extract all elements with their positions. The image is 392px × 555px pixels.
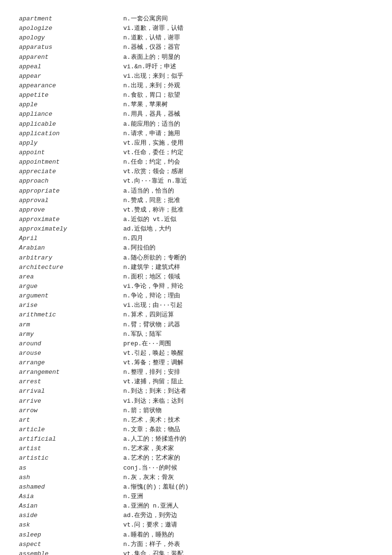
table-row: Arabiana.阿拉伯的: [19, 243, 373, 253]
word-cell: Asia: [19, 492, 123, 501]
table-row: artificiala.人工的；矫揉造作的: [19, 435, 373, 444]
definition-cell: a.睡着的，睡熟的: [123, 530, 373, 540]
word-cell: appropriate: [19, 186, 123, 196]
table-row: Asiana.亚洲的 n.亚洲人: [19, 501, 373, 511]
table-row: appealvi.&n.呼吁；申述: [19, 62, 373, 72]
definition-cell: n.出现，来到；外观: [123, 81, 373, 91]
word-cell: area: [19, 272, 123, 282]
table-row: arisevi.出现；由···引起: [19, 301, 373, 310]
table-row: assemblevt.集合，召集；装配: [19, 549, 373, 555]
word-cell: application: [19, 129, 123, 139]
definition-cell: n.道歉，认错，谢罪: [123, 33, 373, 43]
definition-cell: a.人工的；矫揉造作的: [123, 435, 373, 444]
word-cell: Arabian: [19, 243, 123, 253]
table-row: arbitrarya.随心所欲的；专断的: [19, 253, 373, 263]
definition-cell: a.表面上的；明显的: [123, 53, 373, 62]
word-cell: article: [19, 425, 123, 435]
table-row: applen.苹果，苹果树: [19, 100, 373, 110]
definition-cell: conj.当···的时候: [123, 463, 373, 473]
definition-cell: a.艺术的；艺术家的: [123, 453, 373, 463]
definition-cell: n.箭；箭状物: [123, 406, 373, 416]
table-row: apologyn.道歉，认错，谢罪: [19, 33, 373, 43]
definition-cell: n.亚洲: [123, 492, 373, 501]
word-cell: approve: [19, 205, 123, 215]
word-cell: arbitrary: [19, 253, 123, 263]
table-row: argumentn.争论，辩论；理由: [19, 291, 373, 301]
table-row: appetiten.食欲，胃口；欲望: [19, 91, 373, 100]
table-row: asconj.当···的时候: [19, 463, 373, 473]
table-row: appointvt.任命，委任；约定: [19, 148, 373, 157]
table-row: apartmentn.一套公寓房间: [19, 14, 373, 24]
definition-cell: vt.筹备；整理；调解: [123, 358, 373, 368]
definition-cell: n.用具，器具，器械: [123, 110, 373, 119]
definition-cell: n.任命；约定，约会: [123, 157, 373, 167]
word-cell: approval: [19, 196, 123, 205]
table-row: arrangevt.筹备；整理；调解: [19, 358, 373, 368]
definition-cell: vi.道歉，谢罪，认错: [123, 24, 373, 33]
word-cell: asleep: [19, 530, 123, 540]
definition-cell: vt.应用，实施，使用: [123, 139, 373, 148]
definition-cell: vi.出现；来到；似乎: [123, 72, 373, 81]
table-row: artistn.艺术家，美术家: [19, 444, 373, 453]
definition-cell: n.器械，仪器；器官: [123, 43, 373, 52]
word-cell: appoint: [19, 148, 123, 157]
table-row: arousevt.引起，唤起；唤醒: [19, 349, 373, 358]
word-cell: approach: [19, 176, 123, 186]
definition-cell: a.惭愧(的)；羞耻(的): [123, 482, 373, 492]
word-cell: apartment: [19, 14, 123, 24]
definition-cell: n.灰，灰末；骨灰: [123, 473, 373, 482]
definition-cell: vt.欣赏；领会；感谢: [123, 167, 373, 176]
word-cell: arrangement: [19, 368, 123, 377]
word-cell: argue: [19, 282, 123, 291]
table-row: asleepa.睡着的，睡熟的: [19, 530, 373, 540]
table-row: aroundprep.在···周围: [19, 339, 373, 349]
word-cell: artistic: [19, 453, 123, 463]
definition-cell: n.军队；陆军: [123, 330, 373, 339]
definition-cell: vi.出现；由···引起: [123, 301, 373, 310]
table-row: ashn.灰，灰末；骨灰: [19, 473, 373, 482]
definition-cell: vt.赞成，称许；批准: [123, 205, 373, 215]
word-cell: applicable: [19, 120, 123, 129]
definition-cell: n.争论，辩论；理由: [123, 291, 373, 301]
table-row: approvevt.赞成，称许；批准: [19, 205, 373, 215]
table-row: architecturen.建筑学；建筑式样: [19, 263, 373, 272]
table-row: ashameda.惭愧(的)；羞耻(的): [19, 482, 373, 492]
word-cell: appreciate: [19, 167, 123, 176]
definition-cell: n.算术，四则运算: [123, 310, 373, 320]
word-cell: appearance: [19, 81, 123, 91]
table-row: applicationn.请求，申请；施用: [19, 129, 373, 139]
definition-cell: vt.问；要求；邀请: [123, 520, 373, 530]
definition-cell: n.方面；样子，外表: [123, 540, 373, 549]
definition-cell: ad.在旁边，到旁边: [123, 511, 373, 520]
definition-cell: vi.到达；来临；达到: [123, 397, 373, 406]
definition-cell: n.面积；地区；领域: [123, 272, 373, 282]
definition-cell: n.四月: [123, 234, 373, 243]
table-row: asidead.在旁边，到旁边: [19, 511, 373, 520]
word-cell: arise: [19, 301, 123, 310]
table-row: articlen.文章；条款；物品: [19, 425, 373, 435]
table-row: applyvt.应用，实施，使用: [19, 139, 373, 148]
definition-cell: n.艺术，美术；技术: [123, 416, 373, 425]
word-cell: arithmetic: [19, 310, 123, 320]
table-row: approximatelyad.近似地，大约: [19, 224, 373, 234]
word-cell: arrival: [19, 387, 123, 396]
table-row: armn.臂；臂状物；武器: [19, 320, 373, 330]
table-row: Asian.亚洲: [19, 492, 373, 501]
word-cell: arouse: [19, 349, 123, 358]
word-cell: ash: [19, 473, 123, 482]
table-row: apparatusn.器械，仪器；器官: [19, 43, 373, 52]
word-cell: approximately: [19, 224, 123, 234]
word-cell: aspect: [19, 540, 123, 549]
word-cell: April: [19, 234, 123, 243]
table-row: applicablea.能应用的；适当的: [19, 120, 373, 129]
table-row: appliancen.用具，器具，器械: [19, 110, 373, 119]
table-row: arrown.箭；箭状物: [19, 406, 373, 416]
word-cell: army: [19, 330, 123, 339]
word-cell: appointment: [19, 157, 123, 167]
word-cell: artificial: [19, 435, 123, 444]
definition-cell: a.阿拉伯的: [123, 243, 373, 253]
definition-cell: n.食欲，胃口；欲望: [123, 91, 373, 100]
word-cell: Asian: [19, 501, 123, 511]
word-cell: around: [19, 339, 123, 349]
definition-cell: vt.任命，委任；约定: [123, 148, 373, 157]
